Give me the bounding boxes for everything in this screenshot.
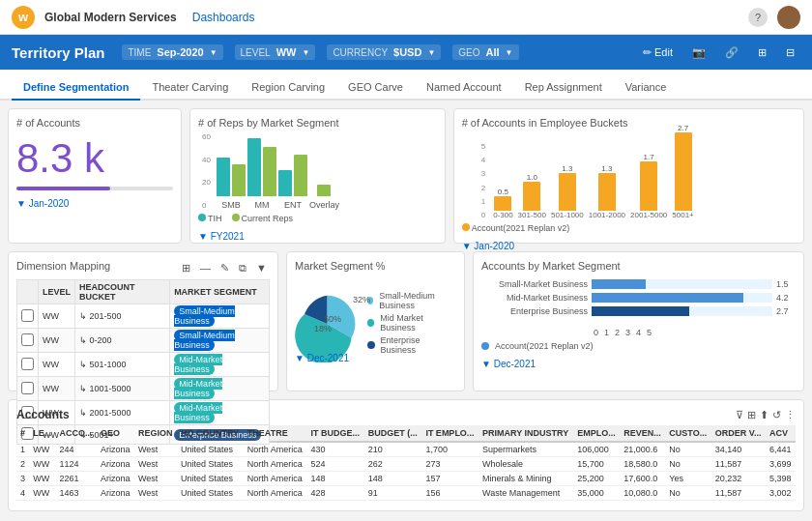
dim-filter[interactable]: ▼ xyxy=(253,261,270,275)
grid-view-button[interactable]: ⊞ xyxy=(752,44,772,61)
accounts-kpi-value: 8.3 k xyxy=(16,138,173,179)
accounts-table-body: 1WW244 ArizonaWestUnited States North Am… xyxy=(16,442,796,501)
table-filter-icon[interactable]: ⊽ xyxy=(736,409,743,421)
accounts-card-footer[interactable]: ▼ Jan-2020 xyxy=(16,198,173,209)
table-toolbar: ⊽ ⊞ ⬆ ↺ ⋮ xyxy=(736,409,796,421)
bucket-5001-plus: 2.7 5001+ xyxy=(672,124,693,219)
table-refresh-icon[interactable]: ↺ xyxy=(772,409,781,421)
help-icon[interactable]: ? xyxy=(748,8,768,27)
bar-smb: SMB xyxy=(217,158,246,210)
list-view-button[interactable]: ⊟ xyxy=(780,44,800,61)
col-customer: CUSTO... xyxy=(665,425,710,442)
company-name: Global Modern Services xyxy=(44,11,177,24)
tab-rep-assignment[interactable]: Rep Assignment xyxy=(513,75,614,101)
employee-buckets-card: # of Accounts in Employee Buckets 5 4 3 … xyxy=(453,108,804,244)
hbar-mm: Mid-Market Business 4.2 xyxy=(481,293,796,303)
level-filter[interactable]: LEVEL WW ▼ xyxy=(235,44,316,60)
main-content: # of Accounts 8.3 k ▼ Jan-2020 # of Reps… xyxy=(0,101,812,521)
dimension-mapping-card: Dimension Mapping ⊞ — ✎ ⧉ ▼ LEVEL HEADCO… xyxy=(8,251,278,391)
currency-filter[interactable]: CURRENCY $USD ▼ xyxy=(327,44,441,60)
accounts-card-title: # of Accounts xyxy=(16,117,173,129)
buckets-legend-dot xyxy=(462,223,470,231)
accounts-progress-bar xyxy=(16,187,173,190)
workday-logo: w xyxy=(12,6,35,29)
col-primary-industry: PRIMARY INDUSTRY xyxy=(478,425,573,442)
dim-checkbox[interactable] xyxy=(21,309,34,322)
bucket-301-500: 1.0 301-500 xyxy=(518,173,546,219)
col-order-value: ORDER V... xyxy=(711,425,766,442)
bar-overlay-current xyxy=(317,185,331,196)
bar-mm: MM xyxy=(247,138,276,210)
tab-geo-carve[interactable]: GEO Carve xyxy=(336,75,415,101)
table-settings-icon[interactable]: ⊞ xyxy=(747,409,756,421)
col-it-budget: IT BUDGE... xyxy=(307,425,364,442)
tab-variance[interactable]: Variance xyxy=(614,75,679,101)
bar-ent-current xyxy=(294,155,307,196)
camera-button[interactable]: 📷 xyxy=(686,44,711,61)
page-title: Territory Plan xyxy=(12,44,104,61)
header-bar: Territory Plan TIME Sep-2020 ▼ LEVEL WW … xyxy=(0,35,812,70)
buckets-chart-footer[interactable]: ▼ Jan-2020 xyxy=(462,241,796,251)
accounts-market-legend: Account(2021 Replan v2) xyxy=(481,341,796,351)
tab-region-carving[interactable]: Region Carving xyxy=(240,75,336,101)
tab-theater-carving[interactable]: Theater Carving xyxy=(140,75,240,101)
top-navigation: w Global Modern Services Dashboards ? xyxy=(0,0,812,35)
dim-row: WW ↳ 1001-5000 Mid-Market Business xyxy=(17,377,270,401)
bar-overlay: Overlay xyxy=(309,185,339,210)
time-filter[interactable]: TIME Sep-2020 ▼ xyxy=(122,44,222,60)
hbar-container: Small-Market Business 1.5 Mid-Market Bus… xyxy=(481,275,796,324)
geo-filter[interactable]: GEO All ▼ xyxy=(452,44,518,60)
bar-ent: ENT xyxy=(278,155,307,210)
dim-col-bucket: HEADCOUNT BUCKET xyxy=(75,280,170,304)
accounts-market-footer[interactable]: ▼ Dec-2021 xyxy=(481,359,796,369)
bar-mm-current xyxy=(263,147,276,196)
dim-col-segment: MARKET SEGMENT xyxy=(170,280,270,304)
buckets-chart-title: # of Accounts in Employee Buckets xyxy=(462,117,796,129)
hbar-smb: Small-Market Business 1.5 xyxy=(481,279,796,289)
buckets-chart-legend: Account(2021 Replan v2) xyxy=(462,223,796,233)
col-it-employees: IT EMPLO... xyxy=(421,425,478,442)
dashboards-link[interactable]: Dashboards xyxy=(192,11,255,24)
row1-charts: # of Accounts 8.3 k ▼ Jan-2020 # of Reps… xyxy=(8,108,804,244)
dim-col-checkbox xyxy=(17,280,39,304)
bar-ent-tih xyxy=(278,170,292,196)
edit-button[interactable]: ✏Edit xyxy=(637,44,679,61)
row2-charts: Dimension Mapping ⊞ — ✎ ⧉ ▼ LEVEL HEADCO… xyxy=(8,251,804,391)
bucket-0-300: 0.5 0-300 xyxy=(493,188,512,219)
dim-checkbox[interactable] xyxy=(21,333,34,346)
col-budget: BUDGET (... xyxy=(364,425,422,442)
table-row: 4WW1463 ArizonaWestUnited States North A… xyxy=(16,486,796,501)
dim-tool-4[interactable]: ⧉ xyxy=(236,261,249,275)
dim-tool-1[interactable]: ⊞ xyxy=(179,261,193,275)
reps-chart-title: # of Reps by Market Segment xyxy=(198,117,437,129)
market-segment-pct-card: Market Segment % Small-Medium Bus xyxy=(286,251,465,391)
reps-by-segment-card: # of Reps by Market Segment 60 40 20 0 S… xyxy=(189,108,446,244)
dim-col-level: LEVEL xyxy=(39,280,75,304)
dimension-card-title: Dimension Mapping xyxy=(16,260,110,272)
col-acv: ACV xyxy=(766,425,796,442)
dim-checkbox[interactable] xyxy=(21,382,34,394)
bar-mm-tih xyxy=(247,138,261,196)
bar-smb-current xyxy=(232,164,246,196)
tab-define-segmentation[interactable]: Define Segmentation xyxy=(12,75,140,101)
dim-tool-3[interactable]: ✎ xyxy=(218,261,232,275)
bucket-1001-2000: 1.3 1001-2000 xyxy=(589,164,625,219)
dim-checkbox[interactable] xyxy=(21,358,34,370)
tih-legend-dot xyxy=(198,214,206,221)
dim-row: WW ↳ 501-1000 Mid-Market Business xyxy=(17,353,270,377)
reps-chart-legend: TIH Current Reps xyxy=(198,214,437,223)
user-avatar[interactable] xyxy=(777,6,800,29)
dim-tool-2[interactable]: — xyxy=(197,261,214,275)
table-more-icon[interactable]: ⋮ xyxy=(785,409,796,421)
share-button[interactable]: 🔗 xyxy=(719,44,744,61)
dim-row: WW ↳ 0-200 Small-Medium Business xyxy=(17,329,270,353)
table-row: 2WW1124 ArizonaWestUnited States North A… xyxy=(16,457,796,472)
accounts-table-title: Accounts xyxy=(16,408,70,421)
accounts-progress-fill xyxy=(16,187,110,190)
reps-chart-footer[interactable]: ▼ FY2021 xyxy=(198,231,437,242)
accounts-market-x-axis: 0 1 2 3 4 5 xyxy=(481,328,796,337)
tab-named-account[interactable]: Named Account xyxy=(415,75,513,101)
table-export-icon[interactable]: ⬆ xyxy=(760,409,768,421)
hbar-ent: Enterprise Business 2.7 xyxy=(481,306,796,316)
bar-smb-tih xyxy=(217,158,230,196)
